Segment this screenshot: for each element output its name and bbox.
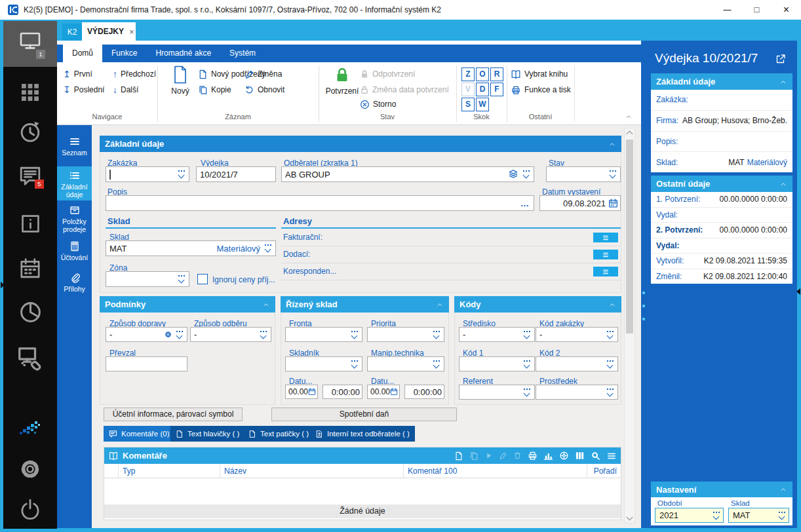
sidebar-item-desktop[interactable]: 1 xyxy=(3,21,57,67)
tab-text-hlavicky[interactable]: Text hlavičky ( ) xyxy=(170,426,244,442)
change-button[interactable]: Změna xyxy=(244,68,282,80)
datum1-time-field[interactable]: 0:00:00 xyxy=(322,385,362,399)
zpusob-odberu-field[interactable]: - xyxy=(190,327,271,342)
doc-tab-vydejky[interactable]: VÝDEJKY × xyxy=(82,22,136,41)
jump-key-r[interactable]: R xyxy=(490,67,503,81)
jump-key-f[interactable]: F xyxy=(490,83,503,96)
scroll-down-icon[interactable] xyxy=(627,514,633,521)
spotrebni-dan-button[interactable]: Spotřební daň xyxy=(271,408,457,421)
confirm-button[interactable]: Potvrzení xyxy=(323,66,361,96)
copy-button[interactable]: Kopie xyxy=(198,84,231,96)
ribbon-tab-bulk-actions[interactable]: Hromadné akce xyxy=(146,45,220,62)
fakturacni-address-button[interactable] xyxy=(593,233,618,242)
right-splitter-handle[interactable] xyxy=(796,288,800,295)
ribbon-tab-functions[interactable]: Funkce xyxy=(102,45,146,62)
preview-zakladni-header[interactable]: Základní údaje xyxy=(651,73,792,90)
kod2-field[interactable] xyxy=(536,356,618,371)
dropdown-icon[interactable] xyxy=(711,510,722,522)
view-tab-uctovani[interactable]: Účtování xyxy=(57,237,92,267)
settings-search-icon[interactable] xyxy=(591,451,600,461)
datum2-time-field[interactable]: 0:00:00 xyxy=(404,385,444,399)
ribbon-tab-system[interactable]: Systém xyxy=(220,45,265,62)
print-icon[interactable] xyxy=(528,451,537,461)
datum2-date-field[interactable]: 00.00. xyxy=(367,385,400,399)
functions-print-button[interactable]: Funkce a tisk xyxy=(511,84,571,96)
refresh-button[interactable]: Obnovit xyxy=(244,84,284,96)
select-book-button[interactable]: Vybrat knihu xyxy=(511,68,568,80)
sidebar-item-analytics[interactable] xyxy=(3,300,57,324)
sidebar-item-history[interactable] xyxy=(3,120,57,143)
vydejka-field[interactable]: 10/2021/7 xyxy=(196,166,276,182)
podminky-header[interactable]: Podmínky xyxy=(100,296,275,313)
datum-vystaveni-field[interactable]: 09.08.2021 xyxy=(539,195,621,211)
sidebar-item-power[interactable] xyxy=(3,498,57,520)
view-tab-zakladni-udaje[interactable]: Základní údaje xyxy=(57,166,92,200)
dropdown-icon[interactable] xyxy=(431,329,442,341)
wheel-icon[interactable] xyxy=(559,451,569,461)
new-record-button[interactable]: Nový xyxy=(164,66,197,96)
zpusob-dopravy-field[interactable]: - xyxy=(106,327,187,342)
dropdown-icon[interactable] xyxy=(521,168,532,180)
doc-tab-k2[interactable]: K2 xyxy=(62,24,82,41)
scrollbar-thumb[interactable] xyxy=(626,140,633,333)
sidebar-item-settings[interactable] xyxy=(3,457,57,481)
ribbon-tab-home[interactable]: Domů xyxy=(63,45,102,62)
nastaveni-sklad-field[interactable]: MAT xyxy=(728,508,789,523)
dropdown-icon[interactable] xyxy=(349,358,360,370)
panel-splitter[interactable] xyxy=(641,41,646,528)
last-button[interactable]: ↧Poslední xyxy=(63,84,104,96)
dropdown-icon[interactable] xyxy=(431,358,442,370)
next-button[interactable]: ↓Další xyxy=(113,84,138,96)
priorita-field[interactable] xyxy=(367,327,444,342)
zona-field[interactable] xyxy=(106,271,189,287)
view-tab-seznam[interactable]: Seznam xyxy=(57,132,92,164)
sklad-field[interactable]: MAT Materiálový xyxy=(106,240,276,256)
tab-komentare[interactable]: Komentáře (0) xyxy=(104,426,175,442)
view-tab-polozky-prodeje[interactable]: Položky prodeje xyxy=(57,201,92,237)
sidebar-item-info[interactable] xyxy=(3,213,57,235)
dodaci-address-button[interactable] xyxy=(593,250,618,259)
rizeny-sklad-header[interactable]: Řízený sklad xyxy=(281,296,449,313)
dropdown-icon[interactable] xyxy=(777,510,787,522)
view-tab-prilohy[interactable]: Přílohy xyxy=(57,269,92,299)
sidebar-item-calendar[interactable] xyxy=(3,257,57,280)
dropdown-icon[interactable] xyxy=(258,329,269,341)
column-komentar[interactable]: Komentář 100 xyxy=(404,464,587,478)
menu-icon[interactable] xyxy=(606,451,617,461)
datum1-date-field[interactable]: 00.00. xyxy=(285,385,318,399)
close-button[interactable]: × xyxy=(772,0,801,20)
dropdown-icon[interactable] xyxy=(174,329,185,341)
dropdown-icon[interactable] xyxy=(349,329,360,341)
storno-button[interactable]: Storno xyxy=(360,98,396,110)
dropdown-icon[interactable] xyxy=(605,387,615,398)
tab-close-icon[interactable]: × xyxy=(129,27,134,37)
prostredek-field[interactable] xyxy=(536,385,618,400)
tab-text-paticky[interactable]: Text patičky ( ) xyxy=(243,426,314,442)
ribbon-collapse-icon[interactable] xyxy=(625,113,633,120)
obdobi-field[interactable]: 2021 xyxy=(655,508,724,523)
zakazka-field[interactable] xyxy=(106,166,189,182)
dropdown-icon[interactable] xyxy=(605,329,615,341)
stav-field[interactable] xyxy=(546,166,621,182)
column-nazev[interactable]: Název xyxy=(220,464,404,478)
zakladni-udaje-header[interactable]: Základní údaje xyxy=(100,136,621,152)
preview-ostatni-header[interactable]: Ostatní údaje xyxy=(651,176,792,192)
referent-field[interactable] xyxy=(459,385,535,400)
stredisko-field[interactable]: - xyxy=(459,327,535,342)
jump-key-d[interactable]: D xyxy=(476,83,489,96)
jump-key-z[interactable]: Z xyxy=(461,67,475,81)
korespondencni-address-button[interactable] xyxy=(593,267,618,276)
nastaveni-header[interactable]: Nastavení xyxy=(651,482,792,497)
ignoruj-ceny-checkbox[interactable] xyxy=(197,274,208,284)
previous-button[interactable]: ↑Předchozí xyxy=(113,68,156,80)
jump-key-w[interactable]: W xyxy=(476,98,489,111)
k2-logo-icon[interactable] xyxy=(3,419,57,438)
jump-key-o[interactable]: O xyxy=(476,67,489,81)
first-button[interactable]: ↥První xyxy=(63,68,92,80)
dropdown-icon[interactable] xyxy=(176,273,187,285)
dropdown-icon[interactable] xyxy=(522,358,532,370)
dropdown-icon[interactable] xyxy=(605,358,615,370)
chart-icon[interactable] xyxy=(543,451,553,461)
kod1-field[interactable] xyxy=(459,356,535,371)
dropdown-icon[interactable] xyxy=(263,242,273,254)
